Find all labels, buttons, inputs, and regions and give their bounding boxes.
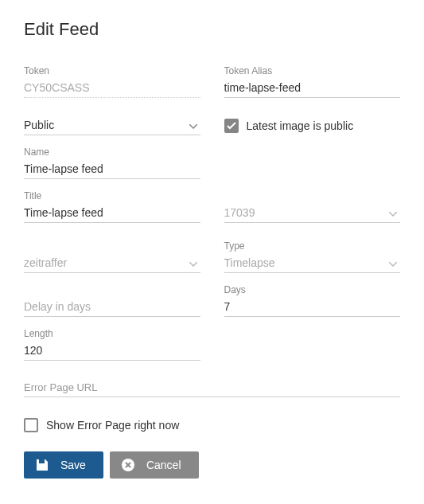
title-label: Title	[24, 190, 200, 201]
save-button-label: Save	[60, 459, 86, 471]
cancel-button-label: Cancel	[146, 459, 181, 471]
save-button[interactable]: Save	[24, 451, 103, 479]
token-alias-label: Token Alias	[224, 65, 401, 76]
visibility-select[interactable]	[24, 115, 200, 135]
token-input	[24, 78, 200, 98]
category-select[interactable]	[24, 253, 200, 273]
delay-input[interactable]	[24, 297, 200, 317]
token-label: Token	[24, 65, 200, 76]
type-select[interactable]	[224, 253, 401, 273]
error-url-input[interactable]	[24, 378, 400, 397]
page-title: Edit Feed	[24, 19, 400, 40]
id-select[interactable]	[224, 203, 401, 223]
name-label: Name	[24, 147, 200, 158]
title-input[interactable]	[24, 203, 200, 223]
save-icon	[35, 458, 49, 472]
type-label: Type	[224, 240, 401, 252]
token-alias-input[interactable]	[224, 78, 401, 98]
name-input[interactable]	[24, 159, 200, 179]
days-label: Days	[224, 284, 401, 295]
days-input[interactable]	[224, 297, 401, 317]
latest-image-public-label: Latest image is public	[247, 119, 354, 132]
show-error-now-label: Show Error Page right now	[46, 419, 179, 432]
length-input[interactable]	[24, 341, 200, 361]
length-label: Length	[24, 328, 200, 339]
show-error-now-checkbox[interactable]	[24, 418, 38, 432]
latest-image-public-checkbox[interactable]	[224, 119, 239, 133]
cancel-button[interactable]: Cancel	[110, 451, 199, 479]
close-icon	[121, 458, 135, 472]
